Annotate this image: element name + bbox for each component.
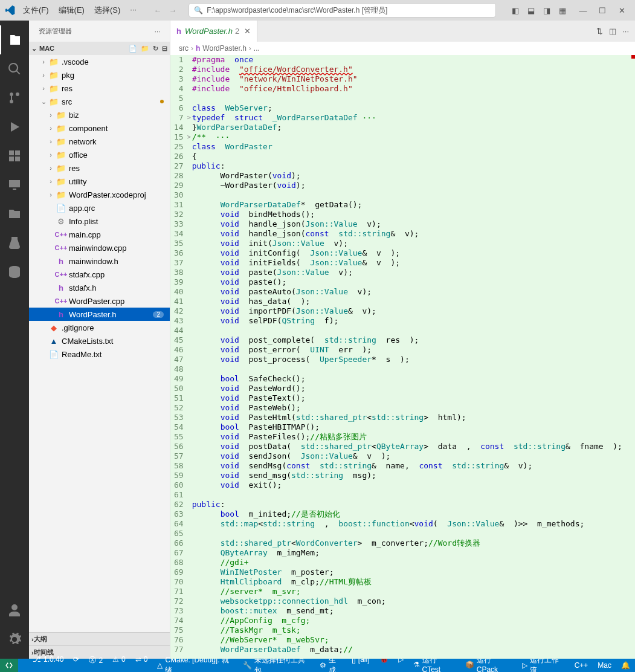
folder-icon: 📁 <box>48 97 59 106</box>
maximize-button[interactable]: ☐ <box>594 2 611 19</box>
extensions-icon[interactable] <box>0 141 29 170</box>
h-file-icon: h <box>56 257 66 266</box>
tree-item[interactable]: ›📁res <box>29 161 170 175</box>
tree-item[interactable]: ›📁office <box>29 148 170 161</box>
chevron-down-icon: ⌄ <box>31 45 37 53</box>
folder-icon: 📁 <box>56 111 66 120</box>
titlebar: 文件(F)编辑(E)选择(S)··· ← → 🔍 F:\apps\wordpas… <box>0 0 635 21</box>
folder-icon: 📁 <box>56 124 66 133</box>
remote-indicator[interactable] <box>0 659 18 672</box>
sidebar-title: 资源管理器 <box>39 27 72 36</box>
folder-icon: 📁 <box>56 164 66 173</box>
layout-customize-icon[interactable]: ▦ <box>555 3 570 18</box>
chevron-right-icon: › <box>39 71 48 79</box>
tree-item[interactable]: ›📁res <box>29 82 170 95</box>
code-editor[interactable]: 1234567>1415>252627282930313233343536373… <box>170 55 635 659</box>
more-actions-icon[interactable]: ··· <box>622 27 629 36</box>
tree-item[interactable]: ›📁WordPaster.xcodeproj <box>29 188 170 201</box>
tree-item[interactable]: C++WordPaster.cpp <box>29 294 170 308</box>
gear-file-icon: ⚙ <box>56 217 66 226</box>
explorer-root[interactable]: ⌄ MAC 📄 📁 ↻ ⊟ <box>29 42 170 55</box>
tree-item[interactable]: hmainwindow.h <box>29 254 170 268</box>
new-folder-icon[interactable]: 📁 <box>141 45 149 53</box>
tree-item[interactable]: C++main.cpp <box>29 228 170 241</box>
tree-item[interactable]: C++mainwindow.cpp <box>29 241 170 254</box>
new-file-icon[interactable]: 📄 <box>129 45 137 53</box>
search-activity-icon[interactable] <box>0 54 29 83</box>
tree-item[interactable]: hWordPaster.h2 <box>29 308 170 321</box>
source-control-icon[interactable] <box>0 83 29 112</box>
outline-section[interactable]: › 大纲 <box>29 632 170 645</box>
nav-back-icon[interactable]: ← <box>153 6 161 15</box>
close-tab-icon[interactable]: ✕ <box>244 27 251 36</box>
tree-item[interactable]: ›📁component <box>29 121 170 135</box>
close-button[interactable]: ✕ <box>613 2 630 19</box>
folder-activity-icon[interactable] <box>0 199 29 228</box>
statusbar-item[interactable]: ⇌0 <box>131 655 153 664</box>
layout-right-icon[interactable]: ◨ <box>540 3 554 18</box>
nav-arrows: ← → <box>153 6 176 15</box>
tree-item[interactable]: ›📁utility <box>29 175 170 188</box>
collapse-icon[interactable]: ⊟ <box>162 45 167 53</box>
tree-item[interactable]: ›📁pkg <box>29 68 170 82</box>
run-debug-icon[interactable] <box>0 112 29 141</box>
tree-item[interactable]: ⚙Info.plist <box>29 215 170 228</box>
breadcrumb[interactable]: src › h WordPaster.h › ... <box>170 42 635 55</box>
tree-item[interactable]: ▲CMakeLists.txt <box>29 334 170 347</box>
statusbar-item[interactable]: ⟳ <box>68 655 84 664</box>
settings-gear-icon[interactable] <box>0 625 29 654</box>
tree-label: stdafx.h <box>69 283 97 292</box>
tree-item[interactable]: ›📁network <box>29 135 170 148</box>
menu-item[interactable]: 文件(F) <box>18 2 54 18</box>
port-icon: ⇌ <box>135 655 141 664</box>
minimize-button[interactable]: ― <box>575 2 591 19</box>
cmake-icon: △ <box>157 661 163 670</box>
menu-item[interactable]: 选择(S) <box>89 2 125 18</box>
command-center[interactable]: 🔍 F:\apps\wordpaster\code\mac\src\WordPa… <box>189 3 496 18</box>
folder-icon: 📁 <box>56 137 66 146</box>
explorer-icon[interactable] <box>0 25 29 54</box>
vscode-logo-icon <box>5 5 16 16</box>
menu-item[interactable]: 编辑(E) <box>54 2 89 18</box>
h-file-icon: h <box>176 27 181 36</box>
tree-label: src <box>62 97 72 106</box>
tree-item[interactable]: C++stdafx.cpp <box>29 268 170 281</box>
split-icon[interactable]: ◫ <box>609 27 616 36</box>
tree-item[interactable]: 📄app.qrc <box>29 201 170 215</box>
menu-item[interactable]: ··· <box>125 2 141 18</box>
statusbar-item[interactable]: 🔔 <box>616 661 635 670</box>
fold-icon[interactable]: > <box>187 113 191 123</box>
statusbar-item[interactable]: Mac <box>593 661 616 670</box>
statusbar-item[interactable]: ⎇1.0.40 <box>28 655 68 664</box>
statusbar-item[interactable]: ⓧ2 <box>84 655 108 665</box>
statusbar-item[interactable]: ⚠0 <box>108 655 131 664</box>
layout-left-icon[interactable]: ◧ <box>508 3 523 18</box>
sidebar-more-icon[interactable]: ··· <box>155 28 160 35</box>
compare-icon[interactable]: ⇅ <box>596 27 603 36</box>
tree-label: .vscode <box>62 57 89 66</box>
tree-item[interactable]: ›📁.vscode <box>29 55 170 68</box>
layout-bottom-icon[interactable]: ⬓ <box>524 3 538 18</box>
tree-item[interactable]: ⌄📁src <box>29 95 170 108</box>
account-icon[interactable] <box>0 596 29 625</box>
tree-item[interactable]: hstdafx.h <box>29 281 170 294</box>
branch-icon: ⎇ <box>33 655 41 664</box>
nav-forward-icon[interactable]: → <box>169 6 176 15</box>
tree-item[interactable]: 📄ReadMe.txt <box>29 347 170 361</box>
tree-label: res <box>69 164 80 173</box>
statusbar-item[interactable]: C++ <box>570 661 593 670</box>
sidebar-header: 资源管理器 ··· <box>29 21 170 42</box>
fold-icon[interactable]: > <box>187 132 191 142</box>
root-label: MAC <box>39 45 54 52</box>
remote-explorer-icon[interactable] <box>0 170 29 199</box>
bell-icon: 🔔 <box>621 661 630 670</box>
database-icon[interactable] <box>0 257 29 286</box>
tree-item[interactable]: ◆.gitignore <box>29 321 170 334</box>
chevron-right-icon: › <box>46 138 56 145</box>
tree-label: main.cpp <box>69 230 101 239</box>
tab-wordpaster-h[interactable]: h WordPaster.h 2 ✕ <box>170 21 257 42</box>
tree-item[interactable]: ›📁biz <box>29 108 170 121</box>
minimap[interactable] <box>631 55 635 659</box>
refresh-icon[interactable]: ↻ <box>153 45 158 53</box>
testing-icon[interactable] <box>0 228 29 257</box>
